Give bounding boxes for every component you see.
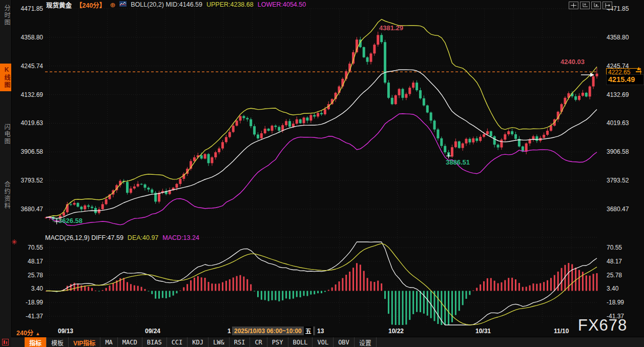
sidebar-tab-2[interactable]: K线图 (0, 64, 11, 91)
x-label-partial-left: 1 (227, 328, 231, 335)
peak-price-label: 4381.29 (379, 24, 403, 32)
mid-low-label: 3886.51 (446, 158, 470, 166)
y-axis-label: 4358.80 (607, 34, 642, 41)
y-axis-label: 3793.52 (13, 177, 43, 184)
y-axis-label: 3906.58 (607, 148, 642, 155)
x-axis-label: 09/13 (58, 328, 73, 335)
y-axis-label: 4358.80 (13, 34, 43, 41)
sidebar-tab-1[interactable]: 分时图 (0, 2, 11, 29)
toolbar-item-VIP指标[interactable]: VIP指标 (69, 337, 100, 347)
macd-axis-label: 3.40 (607, 285, 642, 292)
toolbar-item-OBV[interactable]: OBV (334, 337, 355, 347)
macd-axis-label: 70.55 (13, 244, 43, 251)
x-axis-label: 10/31 (475, 328, 491, 335)
macd-axis-label: -41.37 (13, 313, 43, 320)
chart-tools (569, 2, 612, 9)
period-badge[interactable]: 【240分】 (76, 0, 106, 10)
macd-axis-label: 48.17 (13, 258, 43, 265)
y-axis-label: 4019.63 (607, 119, 642, 127)
y-axis-label: 4132.69 (607, 91, 642, 98)
macd-axis-label: 70.55 (607, 244, 642, 251)
scroll-to-latest-icon[interactable]: ▲ (636, 65, 641, 72)
toolbar-spacer (11, 337, 25, 347)
sidebar-tab-3[interactable]: 闪电图 (0, 121, 11, 148)
y-axis-label: 4471.85 (13, 5, 43, 12)
zoom-y-axis-icon[interactable] (580, 2, 590, 9)
site-watermark: FX678 (578, 316, 627, 335)
chart-canvas[interactable] (0, 0, 644, 347)
y-axis-label: 3680.47 (13, 206, 43, 213)
toolbar-item-BOLL[interactable]: BOLL (288, 337, 313, 347)
zoom-x-axis-icon[interactable] (591, 2, 601, 9)
toolbar-item-LW&[interactable]: LW& (209, 337, 230, 347)
toolbar-item-CR[interactable]: CR (250, 337, 267, 347)
toolbar-item-MACD[interactable]: MACD (118, 337, 142, 347)
weekday-chip: 五 (304, 326, 313, 335)
crosshair-icon[interactable] (569, 2, 578, 9)
toolbar-item-KDJ[interactable]: KDJ (188, 337, 209, 347)
sidebar-tab-4[interactable]: 合约资料 (0, 178, 11, 212)
y-axis-label: 4245.74 (13, 63, 43, 70)
chart-header: 现货黄金 【240分】 ⊕ BOLL(20,2) MID:4146.59 UPP… (46, 1, 306, 9)
toolbar-corner-icon[interactable] (2, 338, 9, 347)
symbol-name: 现货黄金 (46, 0, 72, 10)
x-axis-label: 11/10 (554, 328, 569, 335)
macd-axis-label: 25.78 (607, 272, 642, 279)
y-axis-label: 4132.69 (13, 91, 43, 98)
y-axis-label: 3680.47 (607, 206, 642, 213)
macd-axis-label: 3.40 (13, 285, 43, 292)
x-label-partial-right: 13 (317, 328, 324, 335)
boll-upper-value: UPPER:4238.68 (206, 1, 254, 8)
toolbar-item-MA[interactable]: MA (100, 337, 117, 347)
y-axis-label: 3793.52 (607, 177, 642, 184)
timeframe-label[interactable]: 240分▲ (16, 328, 40, 337)
toolbar-item-RSI[interactable]: RSI (230, 337, 251, 347)
last-price-badge: 4215.49 (606, 74, 644, 85)
toolbar-item-CCI[interactable]: CCI (167, 337, 188, 347)
toolbar-item-设置[interactable]: 设置 (355, 337, 377, 347)
toolbar-item-指标[interactable]: 指标 (25, 337, 47, 347)
toolbar-item-PSY[interactable]: PSY (267, 337, 288, 347)
add-indicator-icon[interactable]: ⊕ (110, 1, 115, 9)
toolbar-item-模板[interactable]: 模板 (47, 337, 69, 347)
recent-high-label: 4240.03 (560, 58, 585, 66)
toolbar-item-VOL[interactable]: VOL (313, 337, 334, 347)
mini-chart-icon (119, 1, 127, 8)
crosshair-date-tooltip: 2025/10/03 06:00~10:00 五 (232, 326, 315, 335)
y-axis-label: 4019.63 (13, 119, 43, 127)
indicator-toolbar: 指标模板VIP指标MAMACDBIASCCIKDJLW&RSICRPSYBOLL… (11, 337, 644, 347)
macd-axis-label: -18.99 (607, 299, 642, 306)
indicator-alert-icon[interactable] (11, 238, 17, 247)
macd-macd-value: MACD:13.24 (162, 234, 199, 241)
sidebar: 分时图K线图闪电图合约资料 (0, 0, 12, 347)
start-low-label: 3626.58 (58, 217, 82, 224)
macd-axis-label: 25.78 (13, 272, 43, 279)
pan-right-icon[interactable] (603, 2, 612, 9)
macd-params: MACD(26,12,9) DIFF:47.59 (45, 234, 123, 241)
timeframe-arrow-icon: ▲ (35, 331, 40, 336)
x-axis-label: 09/24 (145, 328, 160, 335)
chart-app: 分时图K线图闪电图合约资料 现货黄金 【240分】 ⊕ BOLL(20,2) M… (0, 0, 644, 347)
y-axis-label: 3906.58 (13, 148, 43, 155)
x-axis-label: 10/22 (388, 328, 404, 335)
macd-dea-value: DEA:40.97 (128, 234, 158, 241)
toolbar-item-BIAS[interactable]: BIAS (142, 337, 167, 347)
boll-lower-value: LOWER:4054.50 (258, 1, 306, 8)
boll-params: BOLL(20,2) MID:4146.59 (131, 1, 202, 8)
macd-header: MACD(26,12,9) DIFF:47.59 DEA:40.97 MACD:… (45, 234, 199, 241)
macd-axis-label: 48.17 (607, 258, 642, 265)
macd-axis-label: -18.99 (13, 299, 43, 306)
